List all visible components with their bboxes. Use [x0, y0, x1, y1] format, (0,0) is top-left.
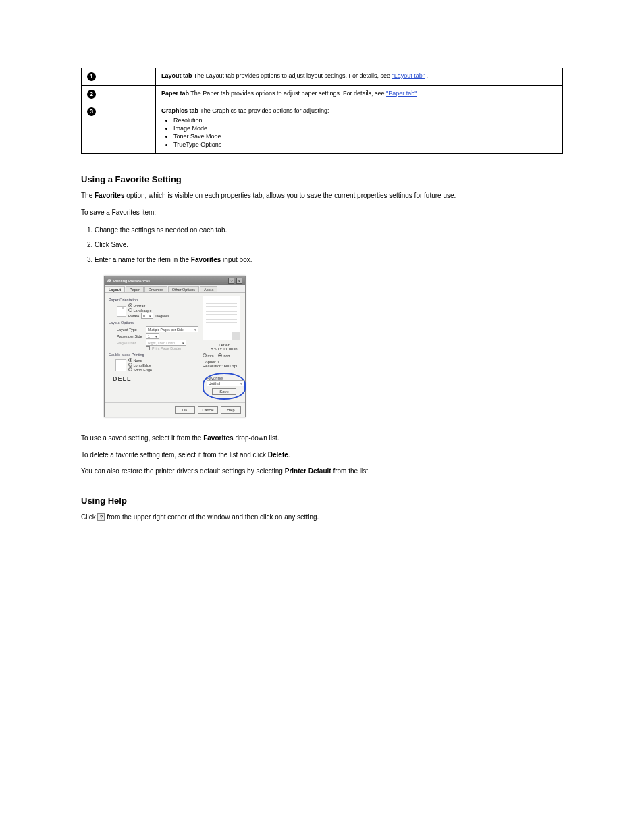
favorites-highlight: Favorites Untitled▾ Save: [203, 373, 246, 400]
row-label: Layout tab: [161, 72, 192, 79]
table-row: 1 Layout tab The Layout tab provides opt…: [82, 68, 563, 86]
radio-duplex-short[interactable]: [128, 367, 132, 371]
tab-layout[interactable]: Layout: [105, 286, 125, 292]
tab-about[interactable]: About: [200, 286, 217, 292]
radio-duplex-long[interactable]: [128, 363, 132, 367]
layout-type-label: Layout Type: [117, 328, 144, 332]
question-icon: ?: [97, 513, 105, 521]
tabs-info-table: 1 Layout tab The Layout tab provides opt…: [81, 68, 563, 154]
layout-type-select[interactable]: Multiple Pages per Side▾: [146, 326, 198, 332]
printer-icon: 🖶: [107, 279, 111, 283]
print-page-border-check: [146, 346, 150, 350]
row-link[interactable]: "Paper tab": [386, 90, 417, 97]
page-icon: [117, 306, 126, 317]
preview-paper-dims: 8.50 x 11.00 in: [203, 347, 246, 351]
tab-other-options[interactable]: Other Options: [168, 286, 199, 292]
row-bullets: Resolution Image Mode Toner Save Mode Tr…: [173, 117, 557, 148]
radio-duplex-none[interactable]: [128, 358, 132, 362]
row-desc: The Graphics tab provides options for ad…: [200, 107, 329, 114]
row-number: 1: [87, 72, 96, 81]
dell-logo: DELL: [109, 373, 198, 385]
dialog-footer: OK Cancel Help: [105, 402, 245, 417]
pages-per-side-label: Pages per Side: [117, 334, 144, 338]
dialog-tabs: Layout Paper Graphics Other Options Abou…: [105, 285, 245, 293]
tab-graphics[interactable]: Graphics: [144, 286, 167, 292]
row-link[interactable]: "Layout tab": [392, 72, 425, 79]
degrees-label: Degrees: [155, 314, 169, 318]
favorites-lead: To save a Favorites item:: [81, 208, 563, 218]
radio-unit-inch[interactable]: [218, 353, 222, 357]
using-help-heading: Using Help: [81, 496, 563, 506]
favorites-heading: Using a Favorite Setting: [81, 174, 563, 184]
cancel-button[interactable]: Cancel: [198, 406, 218, 414]
radio-landscape[interactable]: [128, 308, 132, 312]
close-icon[interactable]: ×: [236, 278, 242, 284]
tab-paper[interactable]: Paper: [126, 286, 144, 292]
preview-resolution: Resolution: 600 dpi: [203, 364, 246, 368]
step-2: Click Save.: [95, 240, 563, 250]
ok-button[interactable]: OK: [175, 406, 195, 414]
favorites-delete-para: To delete a favorite setting item, selec…: [81, 450, 563, 461]
favorites-select[interactable]: Untitled▾: [207, 380, 244, 386]
page-preview: [203, 296, 240, 340]
duplex-icon: [117, 360, 126, 371]
group-duplex-label: Double-sided Printing: [109, 353, 198, 357]
favorites-default-para: You can also restore the printer driver'…: [81, 467, 563, 477]
radio-portrait[interactable]: [128, 303, 132, 307]
favorites-use-para: To use a saved setting, select it from t…: [81, 434, 563, 444]
favorites-steps: Change the settings as needed on each ta…: [95, 226, 563, 265]
row-number: 2: [87, 90, 96, 99]
using-help-para: Click ? from the upper right corner of t…: [81, 513, 563, 523]
help-titlebar-icon[interactable]: ?: [228, 278, 234, 284]
page-order-label: Page Order: [117, 341, 144, 345]
pages-per-side-select[interactable]: 1▾: [146, 333, 159, 339]
row-desc: The Paper tab provides options to adjust…: [190, 90, 386, 97]
group-orientation-label: Paper Orientation: [109, 298, 198, 302]
favorites-intro: The Favorites option, which is visible o…: [81, 191, 563, 201]
table-row: 2 Paper tab The Paper tab provides optio…: [82, 86, 563, 103]
group-layout-label: Layout Options: [109, 321, 198, 325]
printing-preferences-dialog: 🖶 Printing Preferences ? × Layout Paper …: [104, 276, 246, 417]
step-1: Change the settings as needed on each ta…: [95, 226, 563, 235]
step-3: Enter a name for the item in the Favorit…: [95, 255, 563, 265]
table-row: 3 Graphics tab The Graphics tab provides…: [82, 103, 563, 154]
rotate-field[interactable]: 0▾: [141, 313, 153, 319]
dialog-title: Printing Preferences: [113, 279, 150, 283]
radio-unit-mm[interactable]: [203, 353, 207, 357]
save-button[interactable]: Save: [212, 388, 236, 395]
row-label: Graphics tab: [161, 107, 198, 114]
dialog-titlebar: 🖶 Printing Preferences ? ×: [105, 276, 245, 285]
row-desc: The Layout tab provides options to adjus…: [194, 72, 392, 79]
row-number: 3: [87, 107, 96, 116]
print-page-border-label: Print Page Border: [152, 346, 182, 350]
row-label: Paper tab: [161, 90, 189, 97]
rotate-label: Rotate: [128, 314, 139, 318]
page-order-select: Right, Then Down▾: [146, 340, 186, 346]
help-button[interactable]: Help: [221, 406, 241, 414]
